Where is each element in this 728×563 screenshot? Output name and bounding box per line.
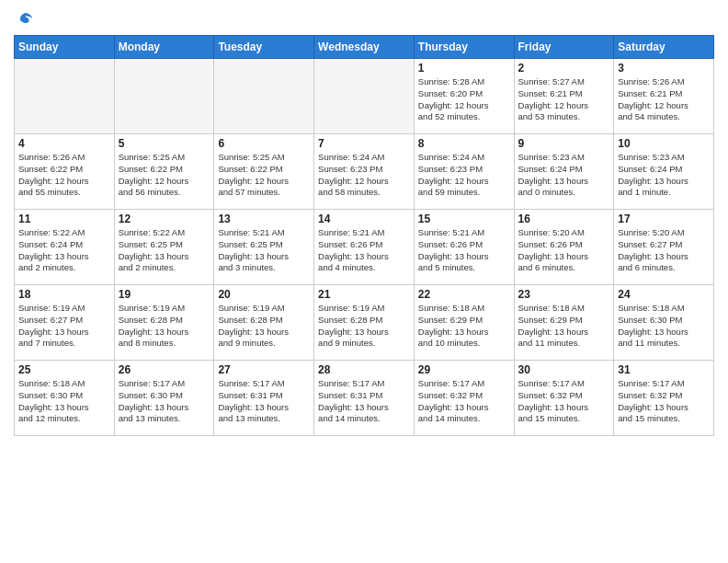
day-number: 27 [218,363,310,376]
calendar-cell [214,59,314,134]
day-info: Sunrise: 5:18 AM Sunset: 6:30 PM Dayligh… [18,378,110,425]
logo-bird-icon [16,9,34,28]
day-info: Sunrise: 5:24 AM Sunset: 6:23 PM Dayligh… [418,152,510,199]
day-info: Sunrise: 5:19 AM Sunset: 6:28 PM Dayligh… [218,303,310,350]
calendar-cell: 20Sunrise: 5:19 AM Sunset: 6:28 PM Dayli… [214,285,314,361]
calendar-cell: 5Sunrise: 5:25 AM Sunset: 6:22 PM Daylig… [114,134,214,210]
calendar-cell [314,59,415,134]
calendar-cell: 28Sunrise: 5:17 AM Sunset: 6:31 PM Dayli… [314,361,415,436]
day-info: Sunrise: 5:24 AM Sunset: 6:23 PM Dayligh… [318,152,410,199]
day-number: 12 [119,213,210,225]
calendar-cell: 25Sunrise: 5:18 AM Sunset: 6:30 PM Dayli… [15,361,115,436]
day-number: 10 [618,137,710,150]
day-number: 20 [218,288,310,301]
day-info: Sunrise: 5:18 AM Sunset: 6:30 PM Dayligh… [618,303,710,350]
calendar-cell: 18Sunrise: 5:19 AM Sunset: 6:27 PM Dayli… [15,285,115,361]
day-number: 23 [518,288,610,301]
day-number: 13 [218,213,310,225]
day-info: Sunrise: 5:25 AM Sunset: 6:22 PM Dayligh… [119,152,210,199]
day-number: 11 [18,213,110,225]
calendar-cell: 27Sunrise: 5:17 AM Sunset: 6:31 PM Dayli… [214,361,314,436]
day-info: Sunrise: 5:17 AM Sunset: 6:32 PM Dayligh… [518,378,610,425]
day-info: Sunrise: 5:19 AM Sunset: 6:27 PM Dayligh… [18,303,110,350]
calendar-cell: 31Sunrise: 5:17 AM Sunset: 6:32 PM Dayli… [614,361,714,436]
day-info: Sunrise: 5:17 AM Sunset: 6:30 PM Dayligh… [119,378,210,425]
weekday-header-monday: Monday [114,36,214,59]
day-number: 15 [418,213,510,225]
calendar-cell: 21Sunrise: 5:19 AM Sunset: 6:28 PM Dayli… [314,285,415,361]
day-number: 9 [518,137,610,150]
calendar-week-5: 25Sunrise: 5:18 AM Sunset: 6:30 PM Dayli… [15,361,714,436]
day-number: 28 [318,363,410,376]
calendar-cell: 3Sunrise: 5:26 AM Sunset: 6:21 PM Daylig… [614,59,714,134]
day-number: 26 [119,363,210,376]
day-info: Sunrise: 5:19 AM Sunset: 6:28 PM Dayligh… [318,303,410,350]
calendar-cell: 1Sunrise: 5:28 AM Sunset: 6:20 PM Daylig… [414,59,514,134]
day-info: Sunrise: 5:28 AM Sunset: 6:20 PM Dayligh… [418,76,510,123]
day-number: 25 [18,363,110,376]
calendar-cell: 17Sunrise: 5:20 AM Sunset: 6:27 PM Dayli… [614,210,714,285]
calendar-week-4: 18Sunrise: 5:19 AM Sunset: 6:27 PM Dayli… [15,285,714,361]
calendar-cell: 11Sunrise: 5:22 AM Sunset: 6:24 PM Dayli… [15,210,115,285]
calendar-header-row: SundayMondayTuesdayWednesdayThursdayFrid… [15,36,714,59]
day-info: Sunrise: 5:26 AM Sunset: 6:21 PM Dayligh… [618,76,710,123]
day-number: 5 [119,137,210,150]
calendar-cell [114,59,214,134]
day-info: Sunrise: 5:27 AM Sunset: 6:21 PM Dayligh… [518,76,610,123]
day-info: Sunrise: 5:20 AM Sunset: 6:27 PM Dayligh… [618,227,710,274]
day-number: 19 [119,288,210,301]
calendar-cell: 7Sunrise: 5:24 AM Sunset: 6:23 PM Daylig… [314,134,415,210]
calendar-week-2: 4Sunrise: 5:26 AM Sunset: 6:22 PM Daylig… [15,134,714,210]
day-number: 22 [418,288,510,301]
day-info: Sunrise: 5:25 AM Sunset: 6:22 PM Dayligh… [218,152,310,199]
weekday-header-sunday: Sunday [15,36,115,59]
calendar-cell: 26Sunrise: 5:17 AM Sunset: 6:30 PM Dayli… [114,361,214,436]
calendar-cell: 14Sunrise: 5:21 AM Sunset: 6:26 PM Dayli… [314,210,415,285]
day-number: 16 [518,213,610,225]
day-number: 2 [518,62,610,75]
day-info: Sunrise: 5:23 AM Sunset: 6:24 PM Dayligh… [618,152,710,199]
day-info: Sunrise: 5:17 AM Sunset: 6:32 PM Dayligh… [618,378,710,425]
calendar-cell: 30Sunrise: 5:17 AM Sunset: 6:32 PM Dayli… [514,361,614,436]
day-info: Sunrise: 5:21 AM Sunset: 6:25 PM Dayligh… [218,227,310,274]
day-number: 18 [18,288,110,301]
calendar-cell [15,59,115,134]
page: SundayMondayTuesdayWednesdayThursdayFrid… [0,0,728,563]
day-info: Sunrise: 5:23 AM Sunset: 6:24 PM Dayligh… [518,152,610,199]
calendar-cell: 13Sunrise: 5:21 AM Sunset: 6:25 PM Dayli… [214,210,314,285]
calendar-cell: 2Sunrise: 5:27 AM Sunset: 6:21 PM Daylig… [514,59,614,134]
calendar-cell: 6Sunrise: 5:25 AM Sunset: 6:22 PM Daylig… [214,134,314,210]
logo [14,9,34,28]
day-number: 17 [618,213,710,225]
day-number: 14 [318,213,410,225]
header [14,9,714,28]
day-number: 3 [618,62,710,75]
calendar-cell: 9Sunrise: 5:23 AM Sunset: 6:24 PM Daylig… [514,134,614,210]
calendar-cell: 10Sunrise: 5:23 AM Sunset: 6:24 PM Dayli… [614,134,714,210]
day-info: Sunrise: 5:20 AM Sunset: 6:26 PM Dayligh… [518,227,610,274]
day-info: Sunrise: 5:21 AM Sunset: 6:26 PM Dayligh… [318,227,410,274]
day-info: Sunrise: 5:17 AM Sunset: 6:31 PM Dayligh… [318,378,410,425]
day-info: Sunrise: 5:26 AM Sunset: 6:22 PM Dayligh… [18,152,110,199]
day-info: Sunrise: 5:19 AM Sunset: 6:28 PM Dayligh… [119,303,210,350]
weekday-header-wednesday: Wednesday [314,36,415,59]
day-number: 8 [418,137,510,150]
calendar-cell: 12Sunrise: 5:22 AM Sunset: 6:25 PM Dayli… [114,210,214,285]
calendar-week-3: 11Sunrise: 5:22 AM Sunset: 6:24 PM Dayli… [15,210,714,285]
calendar-cell: 19Sunrise: 5:19 AM Sunset: 6:28 PM Dayli… [114,285,214,361]
day-number: 29 [418,363,510,376]
weekday-header-saturday: Saturday [614,36,714,59]
day-number: 21 [318,288,410,301]
day-number: 7 [318,137,410,150]
day-number: 4 [18,137,110,150]
calendar-cell: 4Sunrise: 5:26 AM Sunset: 6:22 PM Daylig… [15,134,115,210]
day-info: Sunrise: 5:22 AM Sunset: 6:25 PM Dayligh… [119,227,210,274]
weekday-header-friday: Friday [514,36,614,59]
calendar-cell: 22Sunrise: 5:18 AM Sunset: 6:29 PM Dayli… [414,285,514,361]
day-info: Sunrise: 5:18 AM Sunset: 6:29 PM Dayligh… [418,303,510,350]
day-info: Sunrise: 5:22 AM Sunset: 6:24 PM Dayligh… [18,227,110,274]
day-info: Sunrise: 5:17 AM Sunset: 6:32 PM Dayligh… [418,378,510,425]
day-number: 24 [618,288,710,301]
calendar-cell: 24Sunrise: 5:18 AM Sunset: 6:30 PM Dayli… [614,285,714,361]
weekday-header-thursday: Thursday [414,36,514,59]
